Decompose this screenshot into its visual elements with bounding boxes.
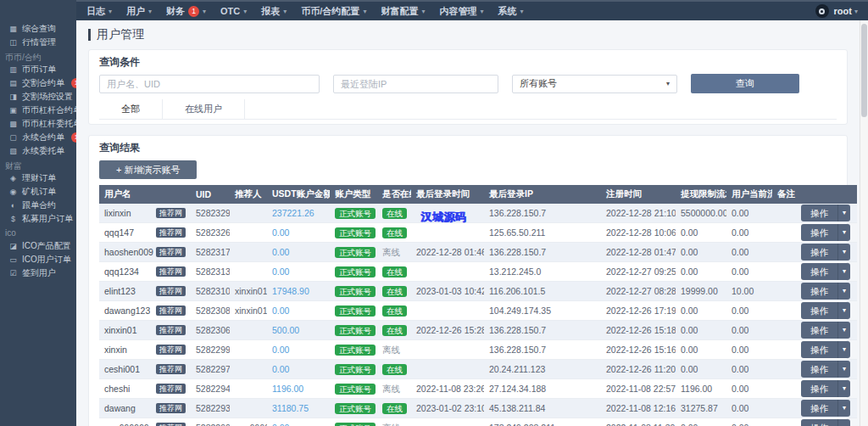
checkin-icon: ☑ <box>8 269 18 277</box>
sidebar-item-private-fund-orders[interactable]: $私募用户订单 <box>0 212 76 226</box>
withdraw-limit-flow-cell: 0.00 <box>676 340 726 360</box>
usdt-balance-link[interactable]: 0.00 <box>272 247 289 257</box>
tab-all[interactable]: 全部 <box>99 99 163 119</box>
referral-badge[interactable]: 推荐网 <box>156 384 186 394</box>
action-dropdown-button[interactable]: ▾ <box>837 322 850 339</box>
vertical-scrollbar[interactable] <box>860 20 868 426</box>
sidebar-item-comprehensive-query[interactable]: ▦综合查询 <box>0 22 76 36</box>
user-menu[interactable]: root ▾ <box>834 6 858 16</box>
action-dropdown-button[interactable]: ▾ <box>837 361 850 378</box>
usdt-balance-link[interactable]: 0.00 <box>272 305 289 316</box>
usdt-balance-link[interactable]: 237221.26 <box>272 208 314 218</box>
referral-badge[interactable]: 推荐网 <box>156 305 186 316</box>
action-dropdown-button[interactable]: ▾ <box>837 419 850 426</box>
referral-badge[interactable]: 推荐网 <box>156 208 186 218</box>
sidebar-item-ico-user-orders[interactable]: ▭ICO用户订单 <box>0 253 76 266</box>
action-dropdown-button[interactable]: ▾ <box>837 380 850 397</box>
last-login-ip-input[interactable] <box>333 75 498 93</box>
usdt-balance-link[interactable]: 1196.00 <box>272 384 303 394</box>
register-time-cell: 2022-12-26 15:16 <box>601 340 676 360</box>
sidebar-item-market-management[interactable]: ◫行情管理 <box>0 36 76 49</box>
sidebar-item-checkin-users[interactable]: ☑签到用户 <box>0 266 76 280</box>
sidebar-item-perpetual-contracts[interactable]: ▢永续合约单1 <box>0 131 76 144</box>
usdt-balance-link[interactable]: 31180.75 <box>272 403 309 413</box>
action-button[interactable]: 操作 <box>801 322 837 339</box>
action-button[interactable]: 操作 <box>801 205 837 221</box>
usdt-balance-link[interactable]: 0.00 <box>272 266 289 277</box>
referral-badge[interactable]: 推荐网 <box>156 247 186 257</box>
action-button[interactable]: 操作 <box>801 341 837 358</box>
add-demo-account-button[interactable]: + 新增演示账号 <box>99 160 197 179</box>
referral-badge[interactable]: 推荐网 <box>156 345 186 355</box>
nav-item-content-management[interactable]: 内容管理▾ <box>439 5 483 18</box>
sidebar-item-ico-product-config[interactable]: ◪ICO产品配置 <box>0 239 76 253</box>
avatar[interactable] <box>815 4 829 18</box>
sidebar-item-coin-leverage-contracts[interactable]: ▣币币杠杆合约单 <box>0 104 76 117</box>
username-cell: elint123推荐网 <box>99 282 191 301</box>
nav-item-reports[interactable]: 报表▾ <box>261 5 287 18</box>
chevron-down-icon: ▾ <box>203 8 206 15</box>
referral-badge[interactable]: 推荐网 <box>156 423 186 426</box>
nav-item-finance[interactable]: 财务1▾ <box>166 5 206 18</box>
sidebar-item-label: 交割场控设置 <box>22 91 73 103</box>
last-login-ip-cell: 27.124.34.188 <box>484 379 601 399</box>
sidebar-item-wealth-orders[interactable]: ◈理财订单 <box>0 171 76 185</box>
nav-item-wealth-config[interactable]: 财富配置▾ <box>381 5 425 18</box>
last-login-time-cell: 2023-01-02 23:10 <box>411 399 484 418</box>
referral-badge[interactable]: 推荐网 <box>156 325 186 335</box>
sidebar-item-coin-leverage-entrust[interactable]: ▩币币杠杆委托单 <box>0 117 76 131</box>
remark-cell <box>772 418 796 426</box>
sidebar-item-miner-orders[interactable]: ◉矿机订单 <box>0 185 76 199</box>
nav-item-system[interactable]: 系统▾ <box>498 5 523 18</box>
sidebar-item-copy-trading[interactable]: ◐跟单合约 <box>0 199 76 212</box>
action-cell: 操作▾ <box>796 321 857 340</box>
market-icon: ◫ <box>8 38 18 47</box>
action-dropdown-button[interactable]: ▾ <box>837 400 850 417</box>
action-dropdown-button[interactable]: ▾ <box>837 283 850 300</box>
action-button[interactable]: 操作 <box>801 419 837 426</box>
referral-badge[interactable]: 推荐网 <box>156 403 186 413</box>
column-header <box>796 185 857 204</box>
action-dropdown-button[interactable]: ▾ <box>837 263 850 280</box>
action-button[interactable]: 操作 <box>801 302 837 319</box>
username-text: eee666666 <box>104 422 149 426</box>
referral-badge[interactable]: 推荐网 <box>156 286 186 296</box>
action-button[interactable]: 操作 <box>801 244 837 261</box>
scrollbar-thumb[interactable] <box>861 24 867 117</box>
usdt-balance-link[interactable]: 0.00 <box>272 364 289 374</box>
nav-item-logs[interactable]: 日志▾ <box>86 5 112 18</box>
action-dropdown-button[interactable]: ▾ <box>837 341 850 358</box>
action-dropdown-button[interactable]: ▾ <box>837 224 850 241</box>
username-uid-input[interactable] <box>99 75 320 93</box>
nav-items: 日志▾用户▾财务1▾OTC▾报表▾币币/合约配置▾财富配置▾内容管理▾系统▾ <box>86 5 537 18</box>
referral-badge[interactable]: 推荐网 <box>156 227 186 238</box>
action-button[interactable]: 操作 <box>801 380 837 397</box>
action-dropdown-button[interactable]: ▾ <box>837 205 850 221</box>
online-status-badge: 在线 <box>382 364 407 375</box>
action-button[interactable]: 操作 <box>801 283 837 300</box>
usdt-balance-link[interactable]: 500.00 <box>272 325 299 335</box>
sidebar-item-delivery-risk-settings[interactable]: ◨交割场控设置 <box>0 90 76 104</box>
nav-item-coin-contract-config[interactable]: 币币/合约配置▾ <box>301 5 366 18</box>
usdt-balance-link[interactable]: 0.00 <box>272 423 289 426</box>
search-button[interactable]: 查询 <box>691 74 799 93</box>
nav-item-users[interactable]: 用户▾ <box>126 5 152 18</box>
sidebar-item-perpetual-entrust[interactable]: ▧永续委托单 <box>0 144 76 158</box>
action-button[interactable]: 操作 <box>801 263 837 280</box>
action-button[interactable]: 操作 <box>801 361 837 378</box>
action-button[interactable]: 操作 <box>801 400 837 417</box>
referral-badge[interactable]: 推荐网 <box>156 364 186 374</box>
nav-item-otc[interactable]: OTC▾ <box>220 6 247 16</box>
sidebar-item-coin-orders[interactable]: ▥币币订单 <box>0 63 76 76</box>
action-dropdown-button[interactable]: ▾ <box>837 302 850 319</box>
sidebar-item-delivery-contracts[interactable]: ▤交割合约单1 <box>0 76 76 90</box>
referral-badge[interactable]: 推荐网 <box>156 266 186 277</box>
account-type-select[interactable]: 所有账号 ▾ <box>512 75 677 93</box>
tab-online-users[interactable]: 在线用户 <box>163 99 245 119</box>
usdt-balance-link[interactable]: 0.00 <box>272 345 289 355</box>
offline-status-text: 离线 <box>382 384 400 394</box>
usdt-balance-link[interactable]: 17948.90 <box>272 286 309 296</box>
action-dropdown-button[interactable]: ▾ <box>837 244 850 261</box>
usdt-balance-link[interactable]: 0.00 <box>272 227 289 238</box>
action-button[interactable]: 操作 <box>801 224 837 241</box>
